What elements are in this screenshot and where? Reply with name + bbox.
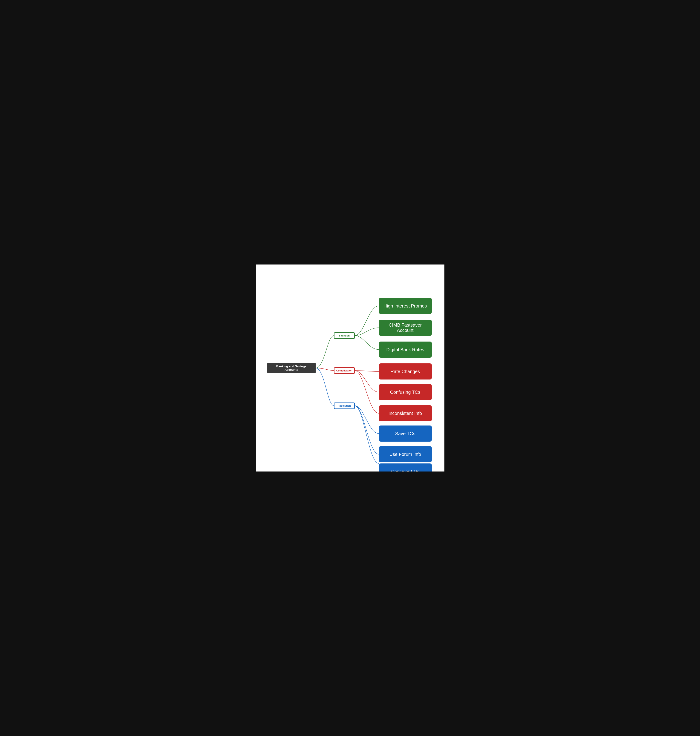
- consider-fds-node: Consider FDs: [379, 463, 432, 472]
- inconsistent-info-node: Inconsistent Info: [379, 405, 432, 422]
- mind-map-canvas: Banking and Savings Accounts Situation H…: [256, 264, 444, 472]
- root-node: Banking and Savings Accounts: [267, 363, 316, 373]
- save-tcs-node: Save TCs: [379, 426, 432, 442]
- resolution-node: Resolution: [334, 403, 355, 409]
- digital-bank-node: Digital Bank Rates: [379, 342, 432, 358]
- complication-node: Complication: [334, 367, 355, 374]
- confusing-tcs-node: Confusing TCs: [379, 384, 432, 400]
- cimb-node: CIMB Fastsaver Account: [379, 320, 432, 336]
- situation-node: Situation: [334, 332, 355, 339]
- rate-changes-node: Rate Changes: [379, 363, 432, 379]
- high-interest-node: High Interest Promos: [379, 298, 432, 314]
- use-forum-node: Use Forum Info: [379, 446, 432, 462]
